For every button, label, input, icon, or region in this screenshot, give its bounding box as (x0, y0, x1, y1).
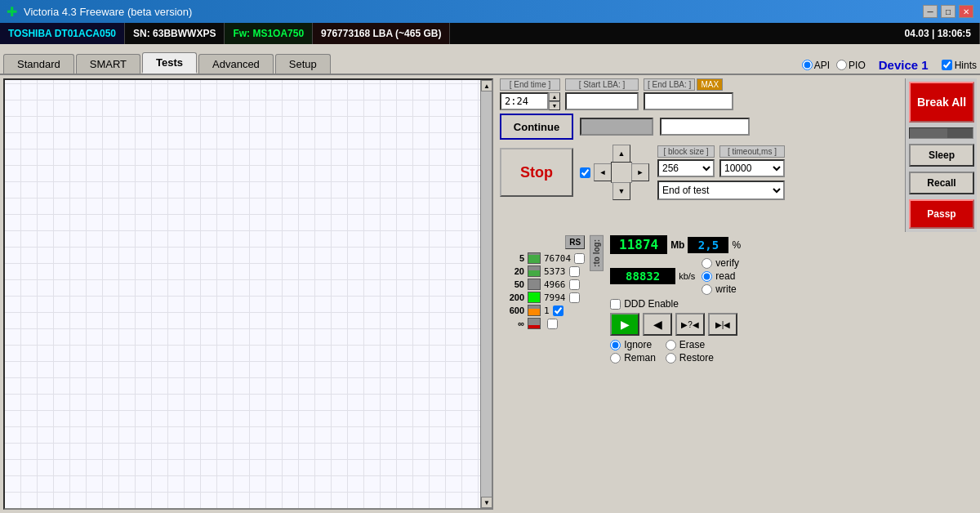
rw-options: verify read write (702, 257, 739, 295)
timeout-select[interactable]: 10000 5000 30000 (719, 159, 785, 177)
hist-value-200: 7994 (544, 292, 566, 303)
pio-radio[interactable] (836, 60, 847, 70)
reman-option[interactable]: Reman (610, 352, 656, 364)
maximize-button[interactable]: □ (941, 5, 956, 18)
hist-bar-5 (528, 252, 541, 264)
hints-checkbox-group[interactable]: Hints (942, 60, 977, 71)
hist-check-200[interactable] (569, 292, 580, 303)
device-label: Device 1 (879, 58, 929, 72)
direction-checkbox[interactable] (580, 167, 590, 178)
scrollbar-down-button[interactable]: ▼ (481, 497, 492, 508)
api-radio-label[interactable]: API (802, 60, 830, 71)
spin-down-button[interactable]: ▼ (549, 101, 560, 110)
firmware-version: Fw: MS1OA750 (225, 23, 313, 44)
restore-label: Restore (679, 352, 714, 364)
hist-check-5[interactable] (574, 253, 585, 264)
tab-advanced[interactable]: Advanced (198, 54, 274, 74)
restore-radio[interactable] (666, 353, 676, 364)
api-radio[interactable] (802, 60, 813, 70)
stop-button[interactable]: Stop (500, 148, 573, 197)
hist-value-20: 5373 (544, 266, 566, 277)
end-of-test-select[interactable]: End of test Soft reset Hard reset Power … (657, 181, 785, 200)
start-lba-input[interactable]: 0 (565, 92, 639, 110)
pct-display: 2,5 (688, 237, 728, 253)
tab-standard[interactable]: Standard (3, 54, 74, 74)
play-button[interactable]: ▶ (610, 313, 639, 336)
hist-check-20[interactable] (569, 266, 580, 277)
dir-up-button[interactable]: ▲ (612, 145, 630, 163)
write-radio[interactable] (702, 284, 712, 295)
test-grid (5, 80, 492, 508)
recall-button[interactable]: Recall (909, 172, 974, 194)
restore-option[interactable]: Restore (666, 352, 714, 364)
dir-center (611, 162, 632, 183)
close-button[interactable]: ✕ (959, 5, 973, 18)
hist-row-20: 20 5373 (500, 265, 585, 277)
tab-tests[interactable]: Tests (142, 52, 197, 74)
erase-option[interactable]: Erase (666, 339, 714, 350)
end-time-input[interactable] (500, 92, 549, 110)
read-radio[interactable] (702, 271, 712, 282)
hist-row-50: 50 4966 (500, 279, 585, 290)
hist-bar-600 (528, 305, 541, 316)
verify-radio[interactable] (702, 258, 712, 269)
hist-check-inf[interactable] (547, 319, 558, 329)
hist-value-600: 1 (544, 306, 550, 316)
continue-button[interactable]: Continue (500, 114, 573, 140)
break-all-button[interactable]: Break All (909, 82, 974, 123)
minimize-button[interactable]: ─ (923, 5, 938, 18)
hist-bar-20 (528, 265, 541, 277)
hist-label-50: 50 (500, 279, 524, 289)
timeout-group: [ timeout,ms ] 10000 5000 30000 (719, 145, 785, 177)
sleep-button[interactable]: Sleep (909, 144, 974, 167)
end-lba-input[interactable]: 976773167 (644, 92, 733, 110)
window-controls: ─ □ ✕ (923, 5, 973, 18)
mb-pct-row: 11874 Mb 2,5 % (610, 235, 977, 254)
hist-label-5: 5 (500, 253, 524, 263)
rs-button[interactable]: RS (565, 235, 585, 249)
ddd-row: DDD Enable (610, 298, 977, 310)
block-size-select[interactable]: 256 512 1024 (657, 159, 715, 177)
scrollbar-up-button[interactable]: ▲ (481, 80, 492, 91)
read-label: read (715, 270, 735, 282)
pio-radio-label[interactable]: PIO (836, 60, 866, 71)
transport-row: ▶ ◀ ▶?◀ ▶|◀ (610, 313, 977, 336)
histogram-area: RS 5 76704 20 (500, 235, 605, 510)
pct-unit: % (732, 239, 741, 251)
hist-value-50: 4966 (544, 279, 566, 290)
erase-radio[interactable] (666, 340, 676, 350)
reman-radio[interactable] (610, 353, 621, 364)
hist-check-600[interactable] (553, 306, 564, 316)
tab-smart[interactable]: SMART (76, 54, 140, 74)
current-lba-input: 0 (580, 118, 653, 136)
tab-setup[interactable]: Setup (275, 54, 331, 74)
grid-area: ▲ ▼ (3, 78, 493, 510)
far-right-buttons: Break All Sleep Recall Passp (905, 78, 977, 232)
dir-right-button[interactable]: ► (631, 163, 649, 181)
ddd-checkbox[interactable] (610, 299, 621, 310)
write-option[interactable]: write (702, 283, 739, 295)
dir-down-button[interactable]: ▼ (612, 182, 630, 200)
title-bar: ✚ Victoria 4.3 Freeware (beta version) ─… (0, 0, 980, 23)
passp-button[interactable]: Passp (909, 199, 974, 229)
end-time-spinner[interactable]: ▲ ▼ (500, 92, 560, 110)
ignore-radio[interactable] (610, 340, 621, 350)
kbs-unit: kb/s (679, 271, 695, 281)
read-option[interactable]: read (702, 270, 739, 282)
mb-display: 11874 (610, 235, 667, 254)
ignore-option[interactable]: Ignore (610, 339, 656, 350)
direction-diamond: ▲ ◄ ► ▼ (592, 143, 651, 202)
block-size-group: [ block size ] 256 512 1024 (657, 145, 715, 177)
api-pio-group: API PIO (802, 60, 866, 71)
dir-left-button[interactable]: ◄ (594, 163, 612, 181)
hist-check-50[interactable] (569, 279, 580, 290)
rewind-button[interactable]: ◀ (643, 313, 672, 336)
grid-scrollbar[interactable]: ▲ ▼ (480, 80, 492, 508)
serial-number: SN: 63BBWWXPS (125, 23, 225, 44)
spin-up-button[interactable]: ▲ (549, 92, 560, 101)
current-end-input: 24329984 (660, 118, 750, 136)
end-button[interactable]: ▶|◀ (708, 313, 737, 336)
verify-option[interactable]: verify (702, 257, 739, 269)
ff-button[interactable]: ▶?◀ (675, 313, 705, 336)
hints-checkbox[interactable] (942, 60, 952, 70)
